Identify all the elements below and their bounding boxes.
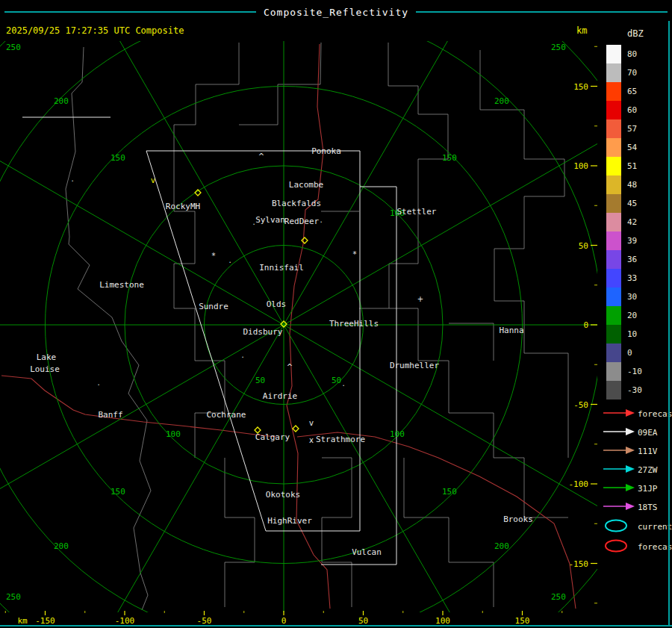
colorbar-swatch — [606, 343, 621, 362]
city-label: Okotoks — [266, 490, 300, 500]
colorbar-value-label: -10 — [627, 367, 642, 376]
colorbar-swatch — [606, 175, 621, 194]
colorbar-swatch — [606, 287, 621, 306]
arrow-head — [626, 503, 635, 510]
colorbar-row: 80 — [606, 45, 642, 63]
city-label: Lake — [37, 352, 57, 362]
poi-marker-icon: * — [212, 252, 216, 260]
timestamp-label: 2025/09/25 17:27:35 UTC Composite — [6, 25, 184, 36]
legend-item: 18TS — [602, 498, 672, 517]
city-label: Didsbury — [243, 327, 283, 337]
right-axis-unit-label: km — [576, 25, 587, 36]
colorbar-row: 65 — [606, 82, 642, 101]
city-label: Cochrane — [207, 410, 246, 420]
colorbar-swatch — [606, 213, 621, 231]
right-axis-tick-label: 100 — [573, 161, 588, 171]
legend-arrow-icon — [602, 426, 638, 440]
ring-distance-label: 50 — [255, 376, 265, 385]
poi-marker-icon: ^ — [258, 152, 264, 161]
legend-label: 27ZW — [638, 465, 658, 475]
city-label: Airdrie — [263, 391, 297, 401]
legend-item: current — [602, 517, 672, 537]
city-label: Ponoka — [311, 146, 341, 156]
colorbar-value-label: 20 — [627, 311, 637, 320]
colorbar-value-label: 70 — [627, 68, 637, 78]
colorbar-row: 57 — [606, 119, 642, 138]
legend-item: 27ZW — [602, 461, 672, 479]
legend-label: current — [638, 522, 672, 532]
colorbar-title: dBZ — [627, 28, 644, 39]
colorbar-row: 51 — [606, 157, 642, 175]
frame-rule-bottom — [0, 625, 672, 627]
colorbar-row: 45 — [606, 194, 642, 213]
colorbar-value-label: 33 — [627, 273, 637, 283]
legend-item: forecast — [602, 405, 672, 423]
city-label: RockyMH — [166, 202, 200, 211]
right-axis-tick-label: 50 — [579, 241, 588, 251]
colorbar-row: 20 — [606, 306, 642, 325]
legend-item: 111V — [602, 442, 672, 461]
legend-ellipse-icon — [602, 538, 638, 557]
poi-marker-icon: . — [241, 351, 243, 359]
legend-item: 31JP — [602, 479, 672, 498]
colorbar-swatch — [606, 101, 621, 119]
arrow-head — [626, 409, 635, 417]
legend-label: 18TS — [638, 503, 658, 512]
radar-application-window: Composite_Reflectivity 2025/09/25 17:27:… — [0, 0, 672, 628]
radial-spoke — [284, 101, 597, 325]
colorbar-swatch — [606, 325, 621, 343]
legend-arrow-icon — [602, 444, 638, 458]
reflectivity-colorbar: 807065605754514845423936333020100-10-30 — [606, 45, 642, 400]
poi-marker-icon: . — [71, 175, 73, 183]
city-label: Banff — [98, 410, 122, 420]
city-label: Vulcan — [352, 547, 382, 557]
legend-label: 111V — [638, 447, 658, 456]
city-label: Stettler — [397, 207, 437, 217]
colorbar-row: 36 — [606, 250, 642, 269]
ring-distance-label: 100 — [390, 429, 405, 439]
ring-distance-label: 250 — [6, 592, 21, 602]
poi-marker-icon: . — [228, 256, 231, 264]
city-label: Blackfalds — [272, 199, 321, 208]
colorbar-value-label: 45 — [627, 199, 637, 208]
poi-marker-icon: v — [309, 419, 314, 427]
ring-distance-label: 250 — [6, 43, 21, 52]
radar-site-diamond-icon — [302, 237, 308, 243]
right-axis-tick-label: -50 — [573, 400, 588, 410]
colorbar-value-label: 39 — [627, 236, 637, 246]
ring-distance-label: 150 — [111, 487, 125, 497]
colorbar-value-label: 10 — [627, 329, 637, 339]
city-label: ThreeHills — [329, 319, 379, 329]
colorbar-swatch — [606, 45, 621, 63]
radar-map-svg: 2502001502502001501005050100100150150200… — [0, 41, 597, 612]
legend-arrow-icon — [602, 500, 638, 514]
track-legend: forecast09EA111V27ZW31JP18TScurrentforec… — [602, 405, 672, 557]
legend-arrow-icon — [602, 463, 638, 477]
arrow-head — [626, 428, 635, 435]
colorbar-value-label: 60 — [627, 105, 637, 115]
poi-marker-icon: . — [320, 216, 322, 224]
ring-distance-label: 200 — [494, 541, 509, 551]
poi-marker-icon: . — [342, 379, 344, 388]
title-bar: Composite_Reflectivity — [4, 6, 668, 18]
ring-distance-label: 100 — [166, 429, 181, 439]
radial-spoke — [0, 101, 284, 325]
ring-distance-label: 200 — [494, 96, 509, 106]
colorbar-value-label: 57 — [627, 124, 637, 134]
title-rule-right — [416, 11, 668, 13]
ring-distance-label: 250 — [551, 43, 566, 52]
city-label: Sundre — [199, 302, 228, 311]
colorbar-value-label: 65 — [627, 87, 637, 96]
site-markers: v^.**...+^..vx. — [71, 152, 423, 444]
right-axis-tick-label: -100 — [569, 479, 589, 489]
colorbar-swatch — [606, 63, 621, 82]
county-boundaries — [66, 43, 568, 610]
colorbar-row: 33 — [606, 269, 642, 287]
legend-item: forecast — [602, 537, 672, 557]
colorbar-swatch — [606, 138, 621, 157]
city-label: HighRiver — [267, 516, 312, 526]
colorbar-row: 30 — [606, 287, 642, 306]
city-label: Limestone — [99, 280, 144, 290]
colorbar-row: 60 — [606, 101, 642, 119]
city-label: Innisfail — [259, 263, 304, 273]
